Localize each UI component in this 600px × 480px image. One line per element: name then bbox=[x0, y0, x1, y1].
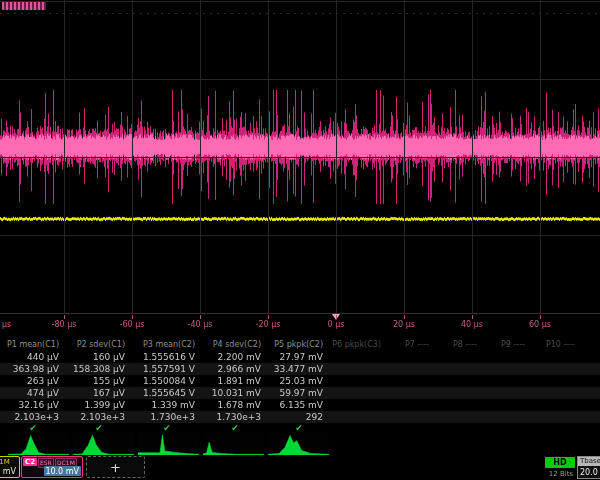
histicon-thumbnail bbox=[73, 433, 134, 455]
status-check-row: ✔✔✔✔✔ bbox=[0, 423, 600, 433]
table-cell: 25.03 mV bbox=[268, 375, 330, 387]
tbase-title: Tbase bbox=[578, 457, 600, 466]
axis-tick-label: -40 µs bbox=[188, 320, 213, 329]
table-row: 2.103e+32.103e+31.730e+31.730e+3292 bbox=[0, 411, 600, 423]
table-cell: 1.399 µV bbox=[66, 399, 132, 411]
param-header[interactable]: P2 sdev(C1) bbox=[66, 339, 132, 351]
graticule-area[interactable] bbox=[0, 0, 600, 332]
table-cell: 1.550084 V bbox=[132, 375, 202, 387]
axis-tick bbox=[336, 315, 337, 319]
table-cell: 440 µV bbox=[0, 351, 66, 363]
table-cell: 2.103e+3 bbox=[66, 411, 132, 423]
timebase-descriptor[interactable]: Tbase 20.0 µs bbox=[577, 456, 600, 479]
add-trace-button[interactable]: + bbox=[86, 456, 145, 478]
axis-tick-label: 60 µs bbox=[529, 320, 551, 329]
table-cell: 1.730e+3 bbox=[202, 411, 268, 423]
table-row: 363.98 µV158.308 µV1.557591 V2.966 mV33.… bbox=[0, 363, 600, 375]
table-cell: 59.97 mV bbox=[268, 387, 330, 399]
axis-tick-label: 20 µs bbox=[393, 320, 415, 329]
histicon-thumbnail bbox=[8, 433, 69, 455]
bottom-descriptor-bar: DC1M 0 mV C2 ESR DC1M 10.0 mV + HD 12 Bi… bbox=[0, 455, 600, 480]
axis-tick bbox=[472, 315, 473, 319]
param-header[interactable]: P7 ---- bbox=[388, 339, 436, 351]
axis-tick-label: 40 µs bbox=[461, 320, 483, 329]
table-cell: 2.200 mV bbox=[202, 351, 268, 363]
table-cell: 2.966 mV bbox=[202, 363, 268, 375]
channel-c2-descriptor[interactable]: C2 ESR DC1M 10.0 mV bbox=[21, 456, 83, 478]
param-header[interactable]: P1 mean(C1) bbox=[0, 339, 66, 351]
table-cell: 1.555616 V bbox=[132, 351, 202, 363]
table-cell: 1.555645 V bbox=[132, 387, 202, 399]
table-cell: 6.135 mV bbox=[268, 399, 330, 411]
table-cell: 167 µV bbox=[66, 387, 132, 399]
param-header[interactable]: P6 pkpk(C3) bbox=[330, 339, 388, 351]
axis-tick bbox=[268, 315, 269, 319]
grid-hline bbox=[0, 79, 600, 80]
status-check-icon: ✔ bbox=[132, 423, 202, 433]
axis-tick-label: -60 µs bbox=[120, 320, 145, 329]
grid-dotted-line bbox=[0, 13, 600, 14]
axis-tick bbox=[132, 315, 133, 319]
param-header[interactable]: P5 pkpk(C2) bbox=[268, 339, 330, 351]
table-cell: 32.16 µV bbox=[0, 399, 66, 411]
hd-bits-label: 12 Bits bbox=[544, 470, 578, 478]
table-cell: 1.730e+3 bbox=[132, 411, 202, 423]
grid-hline bbox=[0, 1, 600, 2]
c1-scale-value: 0 mV bbox=[0, 467, 16, 476]
status-check-icon: ✔ bbox=[202, 423, 268, 433]
table-cell: 33.477 mV bbox=[268, 363, 330, 375]
histicon-thumbnail bbox=[203, 433, 264, 455]
status-check-icon: ✔ bbox=[66, 423, 132, 433]
table-cell: 27.97 mV bbox=[268, 351, 330, 363]
axis-tick bbox=[404, 315, 405, 319]
table-cell: 1.678 mV bbox=[202, 399, 268, 411]
axis-tick-label: -100 µs bbox=[0, 320, 11, 329]
axis-tick bbox=[64, 315, 65, 319]
param-header[interactable]: P9 ---- bbox=[484, 339, 532, 351]
c1-coupling-label: DC1M bbox=[0, 458, 10, 466]
table-cell: 158.308 µV bbox=[66, 363, 132, 375]
hd-mode-badge[interactable]: HD bbox=[545, 457, 575, 468]
table-row: 263 µV155 µV1.550084 V1.891 mV25.03 mV bbox=[0, 375, 600, 387]
axis-tick-label: -80 µs bbox=[52, 320, 77, 329]
param-header[interactable]: P10 ---- bbox=[532, 339, 582, 351]
table-cell: 292 bbox=[268, 411, 330, 423]
table-cell: 2.103e+3 bbox=[0, 411, 66, 423]
param-header[interactable]: P8 ---- bbox=[436, 339, 484, 351]
table-cell: 160 µV bbox=[66, 351, 132, 363]
table-cell: 363.98 µV bbox=[0, 363, 66, 375]
param-header[interactable]: P3 mean(C2) bbox=[132, 339, 202, 351]
histicon-strip bbox=[0, 433, 600, 456]
timebase-axis: -100 µs-80 µs-60 µs-40 µs-20 µs0 µs20 µs… bbox=[0, 313, 600, 334]
table-row: 32.16 µV1.399 µV1.339 mV1.678 mV6.135 mV bbox=[0, 399, 600, 411]
grid-hline bbox=[0, 157, 600, 158]
table-cell: 1.339 mV bbox=[132, 399, 202, 411]
grid-hline bbox=[0, 235, 600, 236]
c2-scale-value: 10.0 mV bbox=[44, 466, 81, 476]
status-check-icon: ✔ bbox=[0, 423, 66, 433]
table-cell: 1.557591 V bbox=[132, 363, 202, 375]
table-row: 474 µV167 µV1.555645 V10.031 mV59.97 mV bbox=[0, 387, 600, 399]
top-left-pink-badge bbox=[2, 1, 46, 10]
axis-tick bbox=[200, 315, 201, 319]
c2-label: C2 bbox=[23, 458, 37, 466]
table-cell: 474 µV bbox=[0, 387, 66, 399]
histicon-thumbnail bbox=[268, 433, 329, 455]
param-header[interactable]: P4 sdev(C2) bbox=[202, 339, 268, 351]
plus-icon: + bbox=[110, 460, 121, 475]
axis-tick-label: 0 µs bbox=[328, 320, 345, 329]
axis-tick bbox=[540, 315, 541, 319]
table-row: 440 µV160 µV1.555616 V2.200 mV27.97 mV bbox=[0, 351, 600, 363]
tbase-value: 20.0 µs bbox=[578, 466, 600, 477]
measurement-table: P1 mean(C1)P2 sdev(C1)P3 mean(C2)P4 sdev… bbox=[0, 339, 600, 433]
axis-tick-label: -20 µs bbox=[256, 320, 281, 329]
status-check-icon: ✔ bbox=[268, 423, 330, 433]
param-header[interactable]: P11 bbox=[582, 339, 600, 351]
histicon-thumbnail bbox=[138, 433, 199, 455]
table-cell: 1.891 mV bbox=[202, 375, 268, 387]
table-header-row: P1 mean(C1)P2 sdev(C1)P3 mean(C2)P4 sdev… bbox=[0, 339, 600, 351]
table-cell: 10.031 mV bbox=[202, 387, 268, 399]
channel-c1-descriptor[interactable]: DC1M 0 mV bbox=[0, 456, 20, 478]
table-cell: 263 µV bbox=[0, 375, 66, 387]
table-cell: 155 µV bbox=[66, 375, 132, 387]
